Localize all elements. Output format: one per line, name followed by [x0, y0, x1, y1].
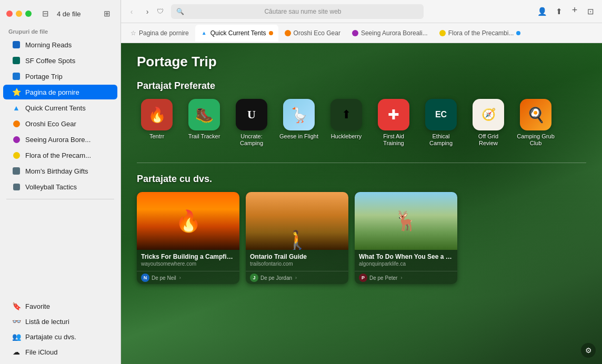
sidebar-item-pagina-de-pornire[interactable]: ⭐ Pagina de pornire	[3, 85, 117, 99]
sidebar-item-flora[interactable]: Flora of the Precam...	[3, 148, 117, 163]
tab-pagina-de-pornire[interactable]: ☆ Pagina de pornire	[125, 25, 194, 42]
chevron-right-icon-3: ›	[400, 275, 402, 280]
sidebar-top: ⊟ 4 de file ⊞	[0, 0, 121, 25]
huckleberry-icon: ⬆	[330, 99, 362, 130]
main-content: ‹ › 🛡 🔍 Căutare sau nume site web 👤 ⬆ + …	[121, 0, 602, 364]
sidebar-item-sf-coffee[interactable]: SF Coffee Spots	[3, 53, 117, 68]
file-count-label: 4 de file	[57, 10, 95, 18]
sidebar-item-lista-lecturi[interactable]: 👓 Listă de lecturi	[3, 314, 117, 329]
fav-item-huckleberry[interactable]: ⬆ Huckleberry	[326, 99, 366, 147]
cloud-icon: ☁	[12, 347, 21, 357]
triangle-icon: ▲	[12, 103, 21, 113]
shared-favorites-heading: Partajat Preferate	[137, 80, 586, 92]
tab-notification-dot	[269, 31, 273, 35]
close-button[interactable]	[6, 11, 13, 17]
fav-item-uncrate[interactable]: U Uncrate: Camping	[232, 99, 272, 147]
gift-icon	[12, 166, 21, 176]
tentrr-label: Tentrr	[149, 133, 164, 140]
group-icon	[12, 40, 21, 49]
camping-grub-label: Camping Grub Club	[516, 133, 556, 147]
fav-item-geese[interactable]: 🪿 Geese in Flight	[279, 99, 319, 147]
moose-card-info: What To Do When You See a Moo... algonqu…	[355, 250, 457, 269]
jordan-from-label: De pe Jordan	[260, 275, 292, 281]
fullscreen-button[interactable]	[25, 11, 32, 17]
fav-item-ethical-camping[interactable]: EC Ethical Camping	[421, 99, 461, 147]
group-icon	[12, 72, 21, 81]
fav-item-trail-tracker[interactable]: 🥾 Trail Tracker	[184, 99, 224, 147]
campfire-card-from: N De pe Neil ›	[137, 271, 239, 284]
geese-icon: 🪿	[283, 99, 315, 130]
shared-cards-grid: 🔥 Tricks For Building a Campfire—F... wa…	[137, 192, 586, 284]
toolbar-icons: 👤 ⬆ + ⊡	[535, 4, 598, 19]
shared-card-campfire[interactable]: 🔥 Tricks For Building a Campfire—F... wa…	[137, 192, 239, 284]
star-icon: ⭐	[12, 87, 21, 97]
search-icon: 🔍	[176, 8, 184, 15]
trail-card-from: J De pe Jordan ›	[246, 271, 348, 284]
sidebar-item-portage-trip[interactable]: Portage Trip	[3, 69, 117, 84]
volleyball-icon	[12, 182, 21, 191]
moose-card-image: 🦌	[355, 192, 457, 250]
traffic-lights	[6, 11, 32, 17]
new-tab-group-button[interactable]: ⊞	[99, 6, 114, 21]
shield-icon: 🛡	[157, 7, 164, 15]
forward-button[interactable]: ›	[141, 5, 154, 18]
tab-quick-current-tents[interactable]: ▲ Quick Current Tents	[195, 25, 278, 42]
sidebar-item-file-icloud[interactable]: ☁ File iCloud	[3, 345, 117, 359]
tab-oroshi-eco-gear[interactable]: Oroshi Eco Gear	[279, 25, 346, 42]
scrollable-content: Portage Trip Partajat Preferate 🔥 Tentrr…	[121, 43, 602, 364]
first-aid-label: First Aid Training	[374, 133, 414, 147]
trail-card-image: 🚶	[246, 192, 348, 250]
geese-label: Geese in Flight	[279, 133, 318, 140]
first-aid-icon: ✚	[378, 99, 409, 130]
bookmark-icon: 🔖	[12, 301, 21, 311]
fav-item-off-grid[interactable]: 🧭 Off Grid Review	[468, 99, 508, 147]
favorites-grid: 🔥 Tentrr 🥾 Trail Tracker U Uncrate: Camp…	[137, 99, 586, 147]
moose-card-domain: algonquinparklife.ca	[359, 261, 453, 267]
uncrate-label: Uncrate: Camping	[232, 133, 272, 147]
shared-card-trail[interactable]: 🚶 Ontario Trail Guide trailsofontario.co…	[246, 192, 348, 284]
trail-tracker-label: Trail Tracker	[188, 133, 220, 140]
sidebar-item-oroshi-eco-gear[interactable]: Oroshi Eco Gear	[3, 116, 117, 131]
sidebar-item-moms-birthday[interactable]: Mom's Birthday Gifts	[3, 164, 117, 178]
page-title: Portage Trip	[137, 54, 586, 70]
tab-seeing-aurora[interactable]: Seeing Aurora Boreali...	[347, 25, 433, 42]
sidebar-item-morning-reads[interactable]: Morning Reads	[3, 37, 117, 52]
campfire-card-image: 🔥	[137, 192, 239, 250]
glasses-icon: 👓	[12, 317, 21, 326]
campfire-card-domain: wayoutsomewhere.com	[141, 261, 235, 267]
yellow-dot-tab-icon	[439, 30, 446, 36]
jordan-avatar: J	[250, 274, 258, 282]
shared-with-heading: Partajate cu dvs.	[137, 174, 586, 185]
sidebar-item-quick-current-tents[interactable]: ▲ Quick Current Tents	[3, 100, 117, 115]
back-button[interactable]: ‹	[125, 5, 138, 18]
sidebar-item-partajate[interactable]: 👥 Partajate cu dvs.	[3, 329, 117, 344]
trail-card-domain: trailsofontario.com	[250, 261, 344, 267]
address-bar[interactable]: 🔍 Căutare sau nume site web	[171, 4, 424, 19]
sidebar-item-volleyball-tactics[interactable]: Volleyball Tactics	[3, 179, 117, 194]
tabs-overview-button[interactable]: ⊡	[583, 4, 598, 19]
uncrate-icon: U	[236, 99, 267, 130]
campfire-card-info: Tricks For Building a Campfire—F... wayo…	[137, 250, 239, 269]
ethical-camping-icon: EC	[425, 99, 457, 130]
fav-item-camping-grub[interactable]: 🍳 Camping Grub Club	[516, 99, 556, 147]
search-input[interactable]: Căutare sau nume site web	[187, 8, 418, 15]
sidebar-toggle-button[interactable]: ⊟	[38, 6, 53, 21]
tab-flora[interactable]: Flora of the Precambi...	[434, 25, 524, 42]
chevron-right-icon: ›	[179, 275, 181, 280]
sidebar-item-seeing-aurora[interactable]: Seeing Aurora Bore...	[3, 132, 117, 147]
groups-section-label: Grupuri de file	[0, 25, 121, 37]
minimize-button[interactable]	[16, 11, 22, 17]
trail-card-title: Ontario Trail Guide	[250, 253, 344, 260]
new-tab-button[interactable]: +	[568, 4, 581, 17]
fav-item-first-aid[interactable]: ✚ First Aid Training	[374, 99, 414, 147]
moose-card-title: What To Do When You See a Moo...	[359, 253, 453, 260]
off-grid-icon: 🧭	[473, 99, 504, 130]
star-tab-icon: ☆	[131, 29, 136, 37]
share-button[interactable]: ⬆	[551, 4, 566, 19]
fav-item-tentrr[interactable]: 🔥 Tentrr	[137, 99, 177, 147]
shared-card-moose[interactable]: 🦌 What To Do When You See a Moo... algon…	[355, 192, 457, 284]
profile-button[interactable]: 👤	[535, 4, 549, 19]
sidebar-item-favorite[interactable]: 🔖 Favorite	[3, 299, 117, 314]
divider	[6, 199, 114, 199]
people-icon: 👥	[12, 332, 21, 341]
